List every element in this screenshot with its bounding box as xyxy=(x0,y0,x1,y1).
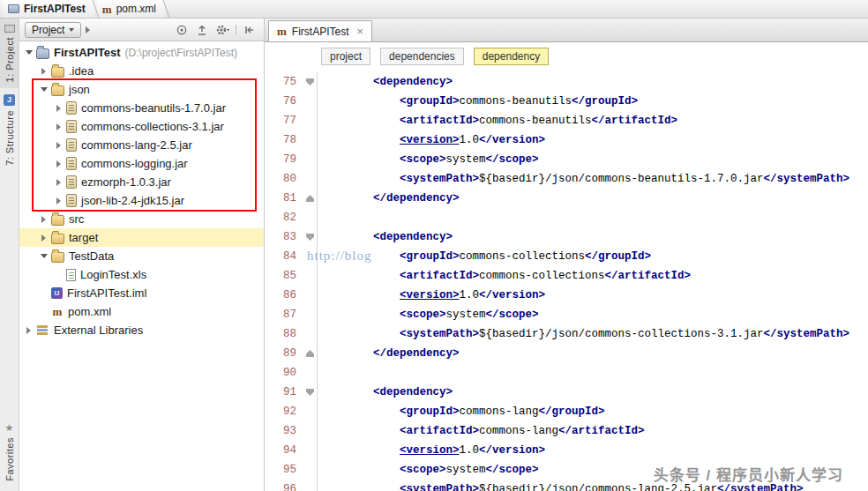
code-line-96[interactable]: 96 <systemPath>${basedir}/json/commons-l… xyxy=(265,480,868,491)
jar-icon xyxy=(66,157,77,170)
tree-item-firstapitest[interactable]: FirstAPITest (D:\project\FirstAPITest) xyxy=(19,43,264,62)
code-line-82[interactable]: 82 xyxy=(265,208,868,227)
code-line-80[interactable]: 80 <systemPath>${basedir}/json/commons-b… xyxy=(265,169,868,189)
code-line-88[interactable]: 88 <systemPath>${basedir}/json/commons-c… xyxy=(265,324,868,344)
expand-arrow-icon[interactable] xyxy=(38,68,49,75)
code-line-93[interactable]: 93 <artifactId>commons-lang</artifactId> xyxy=(265,421,868,441)
jar-icon xyxy=(66,194,77,207)
xml-tag-token: </groupId> xyxy=(539,405,605,418)
code-line-77[interactable]: 77 <artifactId>commons-beanutils</artifa… xyxy=(265,111,868,130)
expand-arrow-icon[interactable] xyxy=(23,327,34,334)
tree-item-target[interactable]: target xyxy=(19,228,264,247)
code-token: 1.0 xyxy=(460,289,480,301)
fold-marker-icon[interactable] xyxy=(306,350,314,357)
expand-arrow-icon[interactable] xyxy=(53,179,64,186)
code-line-90[interactable]: 90 xyxy=(265,363,868,383)
code-line-87[interactable]: 87 <scope>system</scope> xyxy=(265,305,868,324)
expand-arrow-icon[interactable] xyxy=(38,216,49,223)
code-line-94[interactable]: 94 <version>1.0</version> xyxy=(265,441,868,460)
tree-item-json[interactable]: json xyxy=(19,80,264,99)
fold-marker-icon[interactable] xyxy=(306,78,314,86)
code-token: system xyxy=(446,309,486,321)
locate-icon[interactable] xyxy=(175,24,189,36)
code-line-78[interactable]: 78 <version>1.0</version> xyxy=(265,130,868,150)
tree-item-idea[interactable]: .idea xyxy=(19,62,264,80)
code-line-85[interactable]: 85 <artifactId>commons-collections</arti… xyxy=(265,266,868,286)
code-line-89[interactable]: 89 </dependency> xyxy=(265,344,868,363)
code-line-92[interactable]: 92 <groupId>commons-lang</groupId> xyxy=(265,402,868,421)
code-text xyxy=(318,208,320,227)
code-line-81[interactable]: 81 </dependency> xyxy=(265,189,868,208)
line-number: 87 xyxy=(265,305,303,324)
tree-item-src[interactable]: src xyxy=(19,210,264,228)
collapse-arrow-icon[interactable] xyxy=(38,87,49,92)
fold-marker-icon[interactable] xyxy=(306,234,314,241)
tree-item-label: target xyxy=(69,231,98,244)
code-line-75[interactable]: 75 <dependency> xyxy=(265,72,868,92)
stripe-button-1-project[interactable]: 1: Project xyxy=(0,19,19,88)
code-token xyxy=(320,153,400,166)
line-number: 75 xyxy=(265,72,303,92)
tree-item-commons-logging-jar[interactable]: commons-logging.jar xyxy=(19,154,264,173)
code-line-84[interactable]: 84 <groupId>commons-collections</groupId… xyxy=(265,247,868,266)
expand-arrow-icon[interactable] xyxy=(53,160,64,167)
fold-marker-icon[interactable] xyxy=(306,195,314,202)
code-text: <dependency> xyxy=(318,227,453,247)
expand-arrow-icon[interactable] xyxy=(53,197,64,205)
code-line-79[interactable]: 79 <scope>system</scope> xyxy=(265,150,868,169)
expand-arrow-icon[interactable] xyxy=(53,142,64,149)
code-line-83[interactable]: 83 <dependency> xyxy=(265,227,868,247)
code-line-91[interactable]: 91 <dependency> xyxy=(265,383,868,402)
line-number: 83 xyxy=(265,227,303,247)
xml-tag-token: <groupId> xyxy=(400,250,460,263)
code-token: ${basedir}/json/commons-lang-2.5.jar xyxy=(479,483,717,491)
expand-arrow-icon[interactable] xyxy=(53,123,64,130)
expand-arrow-icon[interactable] xyxy=(53,105,64,112)
xls-icon xyxy=(66,269,76,281)
xml-tag-token: <dependency> xyxy=(373,76,453,88)
collapse-arrow-icon[interactable] xyxy=(23,50,34,55)
tree-item-commons-collections-3-1-jar[interactable]: commons-collections-3.1.jar xyxy=(19,117,264,136)
hide-icon[interactable] xyxy=(243,24,257,36)
xml-tag-token: </systemPath> xyxy=(717,483,804,491)
code-token: commons-collections xyxy=(460,250,586,263)
breadcrumb-dependencies[interactable]: dependencies xyxy=(380,48,464,65)
tree-item-json-lib-2-4-jdk15-jar[interactable]: json-lib-2.4-jdk15.jar xyxy=(19,191,264,210)
project-view-selector[interactable]: Project xyxy=(25,22,81,38)
code-token xyxy=(320,386,373,398)
xml-tag-token: </version> xyxy=(479,289,545,301)
tree-item-ezmorph-1-0-3-jar[interactable]: ezmorph-1.0.3.jar xyxy=(19,173,264,191)
code-editor[interactable]: http://blog 75 <dependency>76 <groupId>c… xyxy=(265,71,868,491)
editor-tab-firstapitest[interactable]: m FirstAPITest × xyxy=(268,20,372,41)
tree-item-label: FirstAPITest.iml xyxy=(67,286,146,300)
tree-item-external-libraries[interactable]: External Libraries xyxy=(19,321,264,339)
tree-item-logintest-xls[interactable]: LoginTest.xls xyxy=(19,265,264,284)
fold-marker-icon[interactable] xyxy=(306,389,314,396)
stripe-button-7-structure[interactable]: J7: Structure xyxy=(0,88,19,172)
settings-icon[interactable] xyxy=(215,24,229,36)
gutter-fold-column xyxy=(303,441,318,460)
breadcrumb-project[interactable]: project xyxy=(321,48,370,65)
nav-item-pom-xml[interactable]: mpom.xml xyxy=(97,0,165,18)
collapse-all-icon[interactable] xyxy=(195,24,209,36)
breadcrumb-dependency[interactable]: dependency xyxy=(474,48,549,65)
expand-arrow-icon[interactable] xyxy=(38,234,49,242)
xml-tag-token: </scope> xyxy=(486,464,539,476)
close-icon[interactable]: × xyxy=(357,25,364,38)
tree-item-commons-beanutils-1-7-0-jar[interactable]: commons-beanutils-1.7.0.jar xyxy=(19,99,264,117)
code-text: </dependency> xyxy=(318,344,460,363)
code-token xyxy=(320,231,373,243)
collapse-arrow-icon[interactable] xyxy=(38,254,49,258)
tree-item-testdata[interactable]: TestData xyxy=(19,247,264,265)
stripe-button-favorites[interactable]: ★Favorites xyxy=(0,417,19,487)
code-line-95[interactable]: 95 <scope>system</scope> xyxy=(265,460,868,480)
tree-item-pom-xml[interactable]: mpom.xml xyxy=(19,302,264,321)
tree-item-path: (D:\project\FirstAPITest) xyxy=(125,47,237,59)
tree-item-commons-lang-2-5-jar[interactable]: commons-lang-2.5.jar xyxy=(19,136,264,154)
gutter-fold-column xyxy=(303,383,318,402)
nav-item-firstapitest[interactable]: FirstAPITest xyxy=(3,0,94,18)
code-line-76[interactable]: 76 <groupId>commons-beanutils</groupId> xyxy=(265,92,868,111)
code-token: system xyxy=(446,464,486,476)
code-line-86[interactable]: 86 <version>1.0</version> xyxy=(265,286,868,305)
tree-item-firstapitest-iml[interactable]: IJFirstAPITest.iml xyxy=(19,284,264,302)
